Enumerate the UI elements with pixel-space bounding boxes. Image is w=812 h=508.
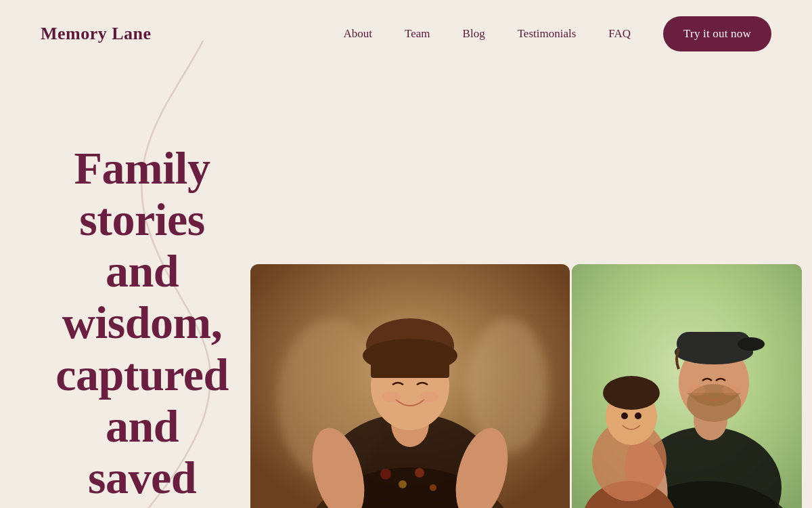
- hero-section: Familystoriesandwisdom,capturedandsavedf…: [41, 142, 244, 508]
- hero-heading: Familystoriesandwisdom,capturedandsavedf…: [41, 142, 244, 508]
- svg-point-14: [382, 391, 401, 402]
- svg-point-15: [420, 391, 438, 402]
- nav-item-testimonials[interactable]: Testimonials: [518, 27, 577, 41]
- main-content: Familystoriesandwisdom,capturedandsavedf…: [0, 68, 812, 508]
- woman-photo: [250, 264, 570, 508]
- man-photo: [572, 264, 802, 508]
- hero-image-man: [572, 264, 802, 508]
- nav-item-blog[interactable]: Blog: [463, 27, 485, 41]
- svg-point-35: [621, 412, 628, 419]
- nav-item-about[interactable]: About: [344, 27, 373, 41]
- logo[interactable]: Memory Lane: [41, 24, 152, 44]
- nav-item-team[interactable]: Team: [405, 27, 430, 41]
- svg-point-6: [399, 480, 407, 488]
- cta-button[interactable]: Try it out now: [663, 16, 771, 51]
- svg-rect-13: [371, 352, 449, 378]
- nav-links: About Team Blog Testimonials FAQ Try it …: [344, 16, 771, 51]
- images-area: [250, 81, 771, 508]
- navigation: Memory Lane About Team Blog Testimonials…: [0, 0, 812, 68]
- svg-point-5: [380, 469, 391, 480]
- svg-point-28: [688, 385, 706, 396]
- svg-point-8: [430, 484, 436, 491]
- nav-item-faq[interactable]: FAQ: [608, 27, 631, 41]
- svg-point-7: [415, 468, 424, 478]
- svg-point-36: [635, 412, 641, 419]
- svg-point-27: [738, 337, 765, 351]
- hero-image-woman: [250, 264, 570, 508]
- svg-point-34: [603, 376, 660, 410]
- svg-point-29: [722, 385, 740, 396]
